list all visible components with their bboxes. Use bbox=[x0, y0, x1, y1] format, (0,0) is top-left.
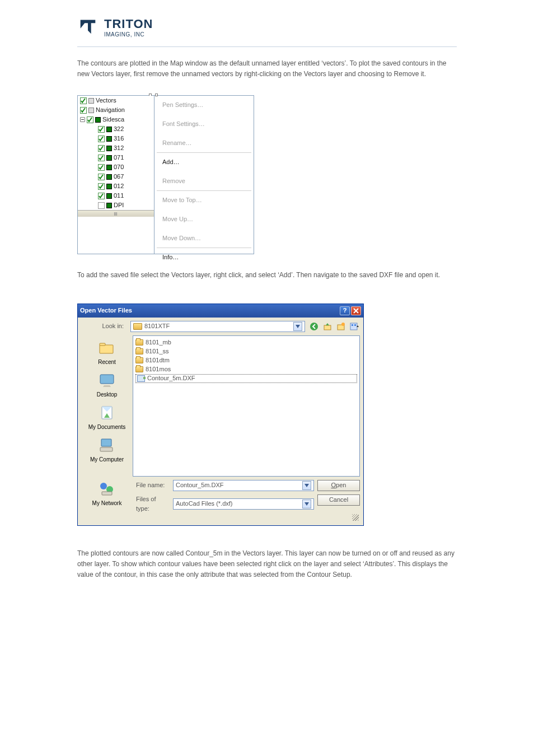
checkbox-icon[interactable] bbox=[80, 97, 87, 104]
text-quote: ‘Attributes’ bbox=[363, 560, 394, 568]
tree-item[interactable]: Vectors bbox=[96, 96, 116, 105]
folder-icon bbox=[135, 357, 143, 363]
text: . Then navigate to the saved DXF file an… bbox=[293, 271, 440, 279]
svg-rect-1 bbox=[324, 325, 331, 330]
list-item[interactable]: 8101dtm bbox=[135, 356, 357, 365]
folder-icon bbox=[135, 339, 143, 346]
filetype-label: Files of type: bbox=[136, 494, 170, 514]
svg-rect-9 bbox=[100, 375, 114, 384]
lookin-dropdown[interactable]: 8101XTF bbox=[130, 321, 305, 332]
place-label: My Computer bbox=[90, 455, 124, 464]
menu-move-top[interactable]: Move to Top… bbox=[154, 191, 254, 210]
screenshot-tree-menu: Vectors Navigation Sidesca 322 316 312 0… bbox=[77, 95, 254, 254]
paragraph-1: The contours are plotted in the Map wind… bbox=[77, 58, 457, 80]
svg-rect-8 bbox=[100, 343, 105, 346]
filetype-field[interactable]: AutoCad Files (*.dxf) bbox=[173, 498, 314, 510]
svg-rect-12 bbox=[100, 447, 113, 451]
folder-icon bbox=[135, 366, 143, 372]
svg-rect-11 bbox=[101, 439, 111, 446]
text: The contours are plotted in the Map wind… bbox=[77, 59, 321, 67]
place-mycomputer[interactable]: My Computer bbox=[81, 436, 133, 464]
folder-icon bbox=[135, 348, 143, 354]
chevron-down-icon[interactable] bbox=[302, 500, 311, 508]
toolbar-icons bbox=[308, 321, 360, 332]
close-button[interactable] bbox=[351, 306, 361, 315]
help-button[interactable]: ? bbox=[340, 306, 350, 315]
menu-rename[interactable]: Rename… bbox=[154, 134, 254, 153]
checkbox-icon[interactable] bbox=[87, 116, 93, 123]
place-recent[interactable]: Recent bbox=[81, 339, 133, 367]
tree-leaf[interactable]: 012 bbox=[114, 181, 124, 192]
chevron-down-icon[interactable] bbox=[293, 322, 302, 331]
checkbox-icon[interactable] bbox=[98, 193, 105, 199]
checkbox-icon[interactable] bbox=[98, 183, 105, 190]
place-network[interactable]: My Network bbox=[81, 480, 133, 508]
brand-sub: IMAGING, INC bbox=[104, 31, 153, 38]
scrollbar[interactable] bbox=[78, 210, 154, 217]
svg-point-0 bbox=[310, 323, 318, 330]
logo-text: TRITON IMAGING, INC bbox=[104, 17, 153, 38]
collapse-icon[interactable] bbox=[80, 117, 85, 122]
tree-leaf[interactable]: 312 bbox=[114, 143, 124, 153]
resize-grip-icon[interactable] bbox=[81, 514, 360, 522]
page: TRITON IMAGING, INC The contours are plo… bbox=[0, 0, 534, 580]
up-icon[interactable] bbox=[322, 321, 333, 332]
checkbox-icon[interactable] bbox=[98, 155, 105, 161]
text-quote: ‘Add’ bbox=[278, 271, 293, 279]
filename-label: File name: bbox=[136, 480, 170, 491]
content: The contours are plotted in the Map wind… bbox=[0, 47, 534, 580]
network-icon bbox=[98, 480, 116, 498]
place-label: Recent bbox=[98, 358, 116, 367]
place-desktop[interactable]: Desktop bbox=[81, 371, 133, 399]
new-folder-icon[interactable] bbox=[335, 321, 346, 332]
list-item[interactable]: 8101_ss bbox=[135, 347, 357, 356]
checkbox-icon[interactable] bbox=[80, 107, 87, 114]
open-button[interactable]: Open bbox=[317, 480, 360, 491]
titlebar[interactable]: Open Vector Files ? bbox=[78, 304, 363, 318]
checkbox-icon[interactable] bbox=[98, 145, 105, 152]
menu-pen-settings[interactable]: Pen Settings… bbox=[154, 96, 254, 115]
paragraph-3: The plotted contours are now called Cont… bbox=[77, 548, 457, 581]
tree-leaf[interactable]: 322 bbox=[114, 124, 124, 134]
menu-move-down[interactable]: Move Down… bbox=[154, 229, 254, 248]
tree-item[interactable]: Sidesca bbox=[102, 115, 124, 125]
folder-icon bbox=[133, 323, 142, 330]
chevron-down-icon[interactable] bbox=[302, 481, 311, 490]
svg-rect-6 bbox=[354, 324, 356, 326]
back-icon[interactable] bbox=[308, 321, 320, 332]
view-menu-icon[interactable] bbox=[349, 321, 360, 332]
list-item[interactable]: 8101mos bbox=[135, 365, 357, 374]
file-list[interactable]: 8101_mb 8101_ss 8101dtm 8101mos Contour_… bbox=[133, 335, 360, 477]
layer-tree[interactable]: Vectors Navigation Sidesca 322 316 312 0… bbox=[78, 96, 154, 254]
brand-name: TRITON bbox=[104, 17, 153, 31]
place-label: Desktop bbox=[97, 390, 118, 399]
dialog-title: Open Vector Files bbox=[80, 306, 132, 316]
menu-font-settings[interactable]: Font Settings… bbox=[154, 115, 254, 134]
menu-remove[interactable]: Remove bbox=[154, 172, 254, 191]
list-item[interactable]: 8101_mb bbox=[135, 338, 357, 347]
filename-field[interactable]: Contour_5m.DXF bbox=[173, 480, 314, 491]
tree-leaf[interactable]: 011 bbox=[114, 191, 124, 201]
checkbox-icon[interactable] bbox=[98, 136, 105, 142]
folder-icon bbox=[98, 339, 116, 357]
place-mydocs[interactable]: My Documents bbox=[81, 404, 133, 432]
computer-icon bbox=[98, 436, 116, 454]
logo-mark-icon bbox=[77, 16, 99, 39]
tree-leaf[interactable]: 071 bbox=[114, 153, 124, 163]
tree-item[interactable]: Navigation bbox=[96, 105, 125, 115]
checkbox-icon[interactable] bbox=[98, 174, 105, 180]
tree-leaf[interactable]: 067 bbox=[114, 172, 124, 182]
tree-leaf[interactable]: 316 bbox=[114, 134, 124, 144]
menu-move-up[interactable]: Move Up… bbox=[154, 210, 254, 229]
cancel-button[interactable]: Cancel bbox=[317, 494, 360, 506]
checkbox-icon[interactable] bbox=[98, 164, 105, 171]
svg-rect-5 bbox=[352, 324, 353, 326]
tree-leaf[interactable]: DPI bbox=[114, 200, 124, 211]
documents-icon bbox=[98, 404, 116, 422]
tree-leaf[interactable]: 070 bbox=[114, 162, 124, 172]
menu-add[interactable]: Add… bbox=[154, 153, 254, 172]
lookin-label: Look in: bbox=[81, 321, 127, 332]
menu-info[interactable]: Info… bbox=[154, 248, 254, 267]
list-item-selected[interactable]: Contour_5m.DXF bbox=[135, 374, 357, 383]
checkbox-icon[interactable] bbox=[98, 126, 105, 133]
